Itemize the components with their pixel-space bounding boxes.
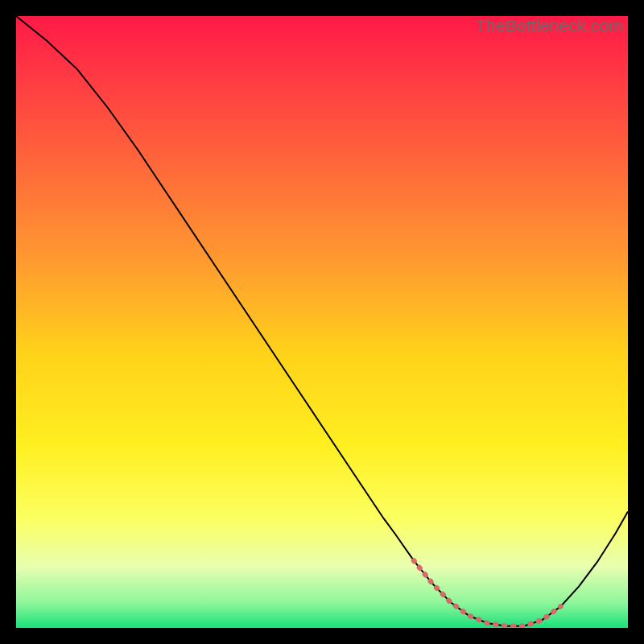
chart-frame: TheBottleneck.com [16, 16, 628, 628]
watermark-label: TheBottleneck.com [476, 16, 623, 35]
chart-plot [16, 16, 628, 628]
